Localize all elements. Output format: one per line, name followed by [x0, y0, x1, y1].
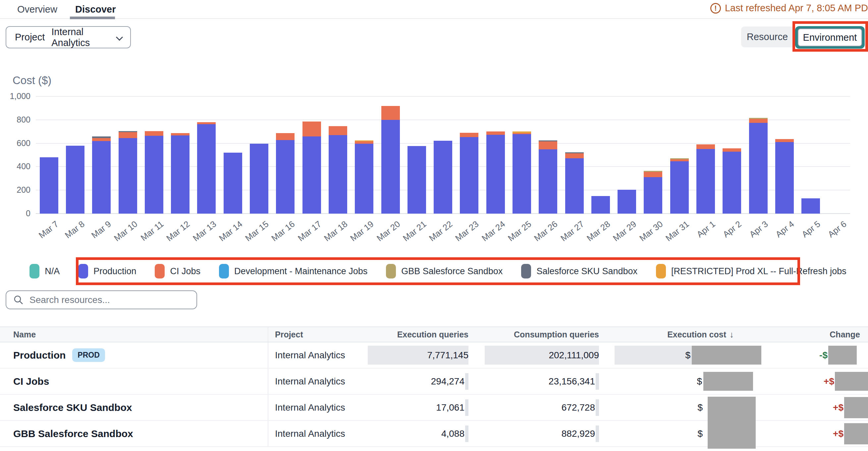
- bar-segment-ci-jobs[interactable]: [303, 122, 321, 136]
- bar-mar-9[interactable]: [92, 136, 111, 214]
- bar-segment-ci-jobs[interactable]: [460, 133, 478, 137]
- legend-item-salesforce-sku-sandbox[interactable]: Salesforce SKU Sandbox: [521, 264, 638, 279]
- bar-segment-production[interactable]: [460, 137, 478, 214]
- bar-segment-production[interactable]: [303, 136, 321, 214]
- bar-segment-ci-jobs[interactable]: [381, 106, 400, 120]
- legend-item-ci-jobs[interactable]: CI Jobs: [155, 264, 200, 279]
- bar-mar-30[interactable]: [644, 171, 662, 214]
- bar-mar-23[interactable]: [460, 133, 478, 214]
- bar-segment-production[interactable]: [66, 146, 85, 214]
- bar-segment-production[interactable]: [513, 134, 531, 214]
- bar-segment-ci-jobs[interactable]: [565, 153, 584, 158]
- bar-mar-27[interactable]: [565, 152, 584, 214]
- bar-apr-3[interactable]: [749, 118, 768, 214]
- bar-segment-production[interactable]: [801, 198, 820, 214]
- column-header-execution-cost[interactable]: Execution cost ↓: [599, 327, 769, 342]
- bar-segment-ci-jobs[interactable]: [355, 141, 373, 144]
- bar-segment-ci-jobs[interactable]: [171, 133, 189, 135]
- table-row-production[interactable]: ProductionPRODInternal Analytics7,771,14…: [0, 343, 868, 368]
- bar-segment-ci-jobs[interactable]: [92, 138, 111, 141]
- bar-mar-16[interactable]: [276, 133, 294, 214]
- bar-mar-18[interactable]: [329, 126, 347, 214]
- bar-apr-1[interactable]: [696, 144, 715, 214]
- bar-apr-5[interactable]: [801, 198, 820, 214]
- bar-segment-production[interactable]: [119, 138, 137, 214]
- x-axis-label: Mar 27: [559, 219, 586, 244]
- column-header-project[interactable]: Project: [268, 327, 368, 342]
- bar-mar-31[interactable]: [670, 158, 689, 214]
- bar-segment-production[interactable]: [565, 158, 584, 214]
- project-filter-dropdown[interactable]: Project Internal Analytics: [6, 26, 131, 49]
- bar-mar-14[interactable]: [224, 153, 242, 214]
- tab-overview[interactable]: Overview: [17, 4, 57, 15]
- bar-apr-2[interactable]: [722, 148, 741, 214]
- bar-segment-production[interactable]: [329, 135, 347, 214]
- bar-segment-ci-jobs[interactable]: [276, 133, 294, 140]
- bar-mar-29[interactable]: [618, 190, 636, 214]
- bar-mar-11[interactable]: [145, 131, 163, 214]
- bar-segment-production[interactable]: [486, 135, 505, 214]
- bar-segment-production[interactable]: [618, 190, 636, 214]
- bar-segment-production[interactable]: [539, 149, 557, 214]
- bar-segment-ci-jobs[interactable]: [722, 148, 741, 152]
- bar-segment-ci-jobs[interactable]: [749, 119, 768, 123]
- bar-mar-20[interactable]: [381, 106, 400, 214]
- bar-mar-21[interactable]: [407, 146, 426, 214]
- legend-item-gbb-salesforce-sandbox[interactable]: GBB Salesforce Sandbox: [386, 264, 503, 279]
- bar-mar-28[interactable]: [591, 196, 610, 214]
- bar-mar-15[interactable]: [250, 144, 268, 214]
- environment-toggle-button[interactable]: Environment: [795, 26, 865, 49]
- tab-discover[interactable]: Discover: [75, 4, 116, 15]
- legend-item-development-maintenance-jobs[interactable]: Development - Maintenance Jobs: [219, 264, 367, 279]
- column-header-change[interactable]: Change: [769, 327, 868, 342]
- bar-segment-production[interactable]: [224, 153, 242, 214]
- bar-segment-production[interactable]: [355, 144, 373, 214]
- bar-segment-ci-jobs[interactable]: [119, 132, 137, 138]
- bar-mar-24[interactable]: [486, 131, 505, 214]
- bar-segment-production[interactable]: [407, 146, 426, 214]
- bar-segment-production[interactable]: [591, 196, 610, 214]
- bar-segment-production[interactable]: [775, 142, 794, 214]
- bar-mar-7[interactable]: [40, 157, 58, 214]
- table-row-ci-jobs[interactable]: CI JobsInternal Analytics294,27423,156,3…: [0, 368, 868, 395]
- bar-mar-19[interactable]: [355, 140, 373, 214]
- bar-segment-production[interactable]: [40, 157, 58, 214]
- bar-segment-production[interactable]: [197, 124, 216, 214]
- bar-segment-production[interactable]: [276, 140, 294, 214]
- bar-mar-12[interactable]: [171, 133, 189, 214]
- bar-mar-8[interactable]: [66, 146, 85, 214]
- legend-item--restricted-prod-xl-full-refresh-jobs[interactable]: [RESTRICTED] Prod XL -- Full-Refresh job…: [656, 264, 846, 279]
- bar-segment-production[interactable]: [722, 152, 741, 214]
- bar-mar-13[interactable]: [197, 122, 216, 214]
- legend-item-production[interactable]: Production: [78, 264, 136, 279]
- bar-mar-10[interactable]: [119, 131, 137, 214]
- bar-segment-ci-jobs[interactable]: [145, 131, 163, 136]
- legend-item-n-a[interactable]: N/A: [30, 264, 60, 279]
- resource-toggle-button[interactable]: Resource: [741, 27, 794, 47]
- bar-segment-production[interactable]: [644, 177, 662, 214]
- bar-segment-ci-jobs[interactable]: [644, 172, 662, 177]
- column-header-name[interactable]: Name: [0, 327, 268, 342]
- bar-segment-production[interactable]: [434, 141, 452, 214]
- bar-mar-26[interactable]: [539, 140, 557, 214]
- bar-mar-25[interactable]: [513, 131, 531, 214]
- bar-mar-22[interactable]: [434, 141, 452, 214]
- bar-segment-ci-jobs[interactable]: [696, 144, 715, 149]
- bar-segment-production[interactable]: [670, 161, 689, 214]
- bar-segment-ci-jobs[interactable]: [539, 141, 557, 149]
- bar-segment-ci-jobs[interactable]: [329, 126, 347, 135]
- bar-segment-production[interactable]: [250, 144, 268, 214]
- bar-segment-production[interactable]: [171, 135, 189, 214]
- bar-segment-ci-jobs[interactable]: [775, 139, 794, 142]
- bar-segment-ci-jobs[interactable]: [486, 131, 505, 135]
- bar-segment-production[interactable]: [749, 123, 768, 214]
- column-header-execution-queries[interactable]: Execution queries: [368, 327, 468, 342]
- search-input[interactable]: [30, 295, 189, 305]
- bar-segment-production[interactable]: [696, 149, 715, 214]
- bar-mar-17[interactable]: [303, 122, 321, 214]
- bar-segment-production[interactable]: [92, 141, 111, 214]
- bar-segment-production[interactable]: [381, 120, 400, 214]
- column-header-consumption-queries[interactable]: Consumption queries: [468, 327, 599, 342]
- bar-apr-4[interactable]: [775, 139, 794, 214]
- bar-segment-production[interactable]: [145, 136, 163, 214]
